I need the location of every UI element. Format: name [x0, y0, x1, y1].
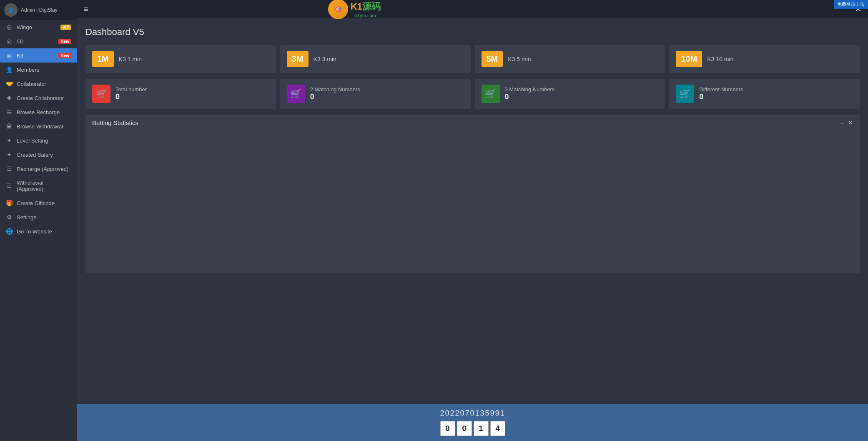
sidebar-item-label: Created Salary	[17, 152, 53, 158]
timer-card-0: 1M K3 1 min	[85, 45, 276, 73]
panel-close-button[interactable]: ✕	[848, 119, 853, 127]
sidebar-item-label: Create Giftcode	[17, 200, 55, 206]
created-salary-icon: ✦	[6, 151, 13, 158]
browse-recharge-icon: ☰	[6, 109, 13, 115]
level-setting-icon: ✦	[6, 137, 13, 144]
panel-minimize-button[interactable]: –	[840, 119, 844, 127]
avatar: 👤	[4, 3, 18, 17]
topbar: ≡ 🎯 K1源码 x1ym.com ✕	[77, 0, 868, 18]
browse-withdrawal-icon: 🏛	[6, 123, 13, 130]
sidebar-item-label: Recharge (Approved)	[17, 166, 68, 172]
user-label: Admin | DigiSlay	[21, 7, 58, 13]
sidebar-item-create-giftcode[interactable]: 🎁 Create Giftcode	[0, 196, 77, 210]
betting-panel: Betting Statistics – ✕	[85, 115, 860, 273]
5d-icon: ◎	[6, 38, 13, 45]
create-giftcode-icon: 🎁	[6, 200, 13, 206]
stat-icon-3: 🛒	[676, 85, 694, 103]
sidebar-item-label: Browse Recharge	[17, 109, 60, 115]
digit-box-2: 1	[474, 421, 489, 436]
settings-icon: ⚙	[6, 214, 13, 220]
stat-label-3: Different Numbers	[699, 86, 743, 93]
sidebar-item-collaborator[interactable]: 🤝 Collaborator	[0, 77, 77, 91]
betting-panel-title: Betting Statistics	[92, 119, 138, 126]
sidebar-header: 👤 Admin | DigiSlay	[0, 0, 77, 20]
sidebar-item-label: Settings	[17, 214, 36, 220]
sidebar-item-label: Collaborator	[17, 81, 46, 87]
sidebar-item-wingo[interactable]: ◎ Wingo VIP	[0, 20, 77, 34]
logo-icon: 🎯	[328, 0, 348, 19]
sidebar-item-go-to-website[interactable]: 🌐 Go To Website	[0, 224, 77, 238]
stat-icon-1: 🛒	[287, 85, 305, 103]
timer-card-1: 3M K3 3 min	[280, 45, 471, 73]
sidebar-item-level-setting[interactable]: ✦ Level Setting	[0, 133, 77, 148]
stat-icon-0: 🛒	[92, 85, 110, 103]
timer-card-3: 10M K3 10 min	[669, 45, 860, 73]
logo-text: K1源码	[351, 0, 381, 13]
topbar-logo: 🎯 K1源码 x1ym.com	[328, 0, 381, 19]
stat-info-2: 3 Matching Numbers 0	[505, 86, 555, 101]
betting-panel-body	[85, 131, 860, 273]
timer-cards: 1M K3 1 min 3M K3 3 min 5M K3 5 min 10M …	[85, 45, 860, 73]
stat-card-2: 🛒 3 Matching Numbers 0	[475, 79, 665, 109]
timer-badge-0: 1M	[92, 51, 114, 67]
sidebar-item-label: Browse Withdrawal	[17, 123, 63, 130]
stat-info-1: 2 Matching Numbers 0	[310, 86, 360, 101]
corner-badge: 免费登录上传	[834, 0, 868, 9]
stat-label-0: Total number	[115, 86, 147, 93]
badge-5d: New	[58, 39, 71, 44]
sidebar-item-members[interactable]: 👤 Members	[0, 63, 77, 77]
timer-badge-3: 10M	[676, 51, 702, 67]
timer-label-1: K3 3 min	[314, 56, 336, 63]
sidebar-item-settings[interactable]: ⚙ Settings	[0, 210, 77, 224]
go-to-website-icon: 🌐	[6, 228, 13, 235]
stat-value-2: 0	[505, 93, 555, 101]
sidebar-item-label: Go To Website	[17, 228, 52, 235]
sidebar-item-label: K3	[17, 53, 23, 59]
timer-badge-1: 3M	[287, 51, 309, 67]
sidebar-item-withdrawal-approved[interactable]: ☰ Withdrawal (Approved)	[0, 176, 77, 196]
stat-icon-2: 🛒	[482, 85, 500, 103]
stat-card-3: 🛒 Different Numbers 0	[669, 79, 860, 109]
stat-value-1: 0	[310, 93, 360, 101]
digit-box-0: 0	[440, 421, 455, 436]
sidebar-item-recharge-approved[interactable]: ☰ Recharge (Approved)	[0, 162, 77, 176]
sidebar-item-label: Withdrawal (Approved)	[17, 180, 71, 192]
sidebar-item-5d[interactable]: ◎ 5D New	[0, 34, 77, 48]
hamburger-icon[interactable]: ≡	[84, 5, 88, 14]
logo-sub: x1ym.com	[351, 13, 381, 18]
wingo-icon: ◎	[6, 24, 13, 30]
timer-card-2: 5M K3 5 min	[475, 45, 665, 73]
main: ≡ 🎯 K1源码 x1ym.com ✕ Dashboard V5 1M K3 1…	[77, 0, 868, 441]
stat-info-0: Total number 0	[115, 86, 147, 101]
sidebar-item-label: 5D	[17, 38, 24, 45]
sidebar-item-label: Create Collaborator	[17, 95, 64, 101]
stat-value-3: 0	[699, 93, 743, 101]
stat-card-0: 🛒 Total number 0	[85, 79, 276, 109]
panel-controls: – ✕	[840, 119, 853, 127]
sidebar-item-created-salary[interactable]: ✦ Created Salary	[0, 148, 77, 162]
k3-icon: ◎	[6, 52, 13, 59]
sidebar-item-k3[interactable]: ◎ K3 New	[0, 48, 77, 63]
sidebar-item-label: Wingo	[17, 24, 32, 30]
stat-label-2: 3 Matching Numbers	[505, 86, 555, 93]
sidebar-item-create-collaborator[interactable]: ✚ Create Collaborator	[0, 91, 77, 105]
sidebar-item-browse-recharge[interactable]: ☰ Browse Recharge	[0, 105, 77, 119]
sidebar-item-browse-withdrawal[interactable]: 🏛 Browse Withdrawal	[0, 119, 77, 133]
badge-k3: New	[58, 53, 71, 58]
stat-info-3: Different Numbers 0	[699, 86, 743, 101]
footer: 2022070135991 0014	[77, 404, 868, 441]
stat-value-0: 0	[115, 93, 147, 101]
collaborator-icon: 🤝	[6, 80, 13, 87]
create-collaborator-icon: ✚	[6, 95, 13, 101]
recharge-approved-icon: ☰	[6, 165, 13, 172]
digit-box-1: 0	[457, 421, 472, 436]
content: Dashboard V5 1M K3 1 min 3M K3 3 min 5M …	[77, 18, 868, 404]
sidebar-item-label: Members	[17, 67, 39, 73]
timer-label-0: K3 1 min	[119, 56, 142, 63]
betting-panel-header: Betting Statistics – ✕	[85, 115, 860, 131]
stat-cards: 🛒 Total number 0 🛒 2 Matching Numbers 0 …	[85, 79, 860, 109]
members-icon: 👤	[6, 66, 13, 73]
sidebar-item-label: Level Setting	[17, 138, 48, 144]
stat-label-1: 2 Matching Numbers	[310, 86, 360, 93]
timer-label-2: K3 5 min	[508, 56, 531, 63]
